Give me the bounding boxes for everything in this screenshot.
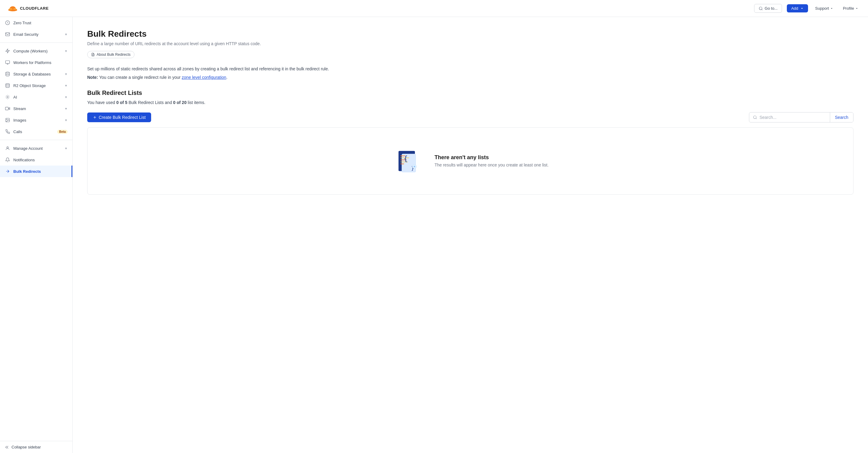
- svg-point-11: [6, 83, 9, 85]
- empty-desc: The results will appear here once you cr…: [435, 163, 549, 167]
- chevron-down-icon: [800, 7, 804, 10]
- about-bulk-redirects-button[interactable]: About Bulk Redirects: [87, 51, 134, 58]
- usage-used-items: 0 of 20: [173, 100, 187, 105]
- search-container: Search: [749, 112, 854, 122]
- images-icon: [5, 117, 10, 123]
- sidebar-item-email-security[interactable]: Email Security ▼: [0, 28, 72, 40]
- calls-beta-badge: Beta: [57, 130, 67, 134]
- sidebar-item-r2-object-storage[interactable]: R2 Object Storage ▼: [0, 80, 72, 91]
- sidebar-label-calls: Calls: [13, 130, 54, 134]
- calls-icon: [5, 129, 10, 134]
- section-title: Bulk Redirect Lists: [87, 89, 854, 96]
- cloudflare-logo: CLOUDFLARE: [7, 5, 49, 12]
- search-button-label: Search: [835, 115, 848, 120]
- bulk-redirects-icon: [5, 169, 10, 174]
- svg-point-10: [6, 72, 9, 73]
- sidebar-divider-2: [0, 140, 72, 140]
- search-input[interactable]: [760, 115, 826, 120]
- usage-used-lists: 0 of 5: [116, 100, 127, 105]
- svg-rect-4: [8, 9, 17, 10]
- sidebar-label-storage-databases: Storage & Databases: [13, 72, 61, 77]
- svg-point-12: [7, 96, 8, 97]
- workers-platforms-icon: [5, 60, 10, 65]
- sidebar-item-bulk-redirects[interactable]: Bulk Redirects: [0, 166, 72, 177]
- r2-storage-icon: [5, 83, 10, 88]
- storage-databases-icon: [5, 71, 10, 77]
- support-button[interactable]: Support: [813, 4, 836, 12]
- svg-point-17: [753, 116, 756, 118]
- add-button[interactable]: Add: [787, 4, 808, 12]
- sidebar-label-bulk-redirects: Bulk Redirects: [13, 169, 67, 174]
- sidebar-item-stream[interactable]: Stream ▼: [0, 103, 72, 114]
- page-subtitle: Define a large number of URL redirects a…: [87, 41, 854, 46]
- collapse-sidebar-button[interactable]: Collapse sidebar: [0, 441, 72, 453]
- stream-chevron-icon: ▼: [64, 107, 67, 110]
- sidebar-item-manage-account[interactable]: Manage Account ▼: [0, 142, 72, 154]
- svg-marker-8: [6, 49, 9, 53]
- support-label: Support: [815, 6, 829, 10]
- profile-button[interactable]: Profile: [840, 4, 861, 12]
- toolbar-row: Create Bulk Redirect List Search: [87, 112, 854, 122]
- topbar-left: CLOUDFLARE: [7, 5, 49, 12]
- sidebar-bottom: Collapse sidebar: [0, 441, 72, 453]
- search-input-wrapper: [749, 113, 830, 121]
- about-link-label: About Bulk Redirects: [97, 53, 130, 57]
- sidebar-item-images[interactable]: Images ▼: [0, 114, 72, 126]
- empty-state-illustration: { }: [392, 146, 423, 176]
- collapse-sidebar-label: Collapse sidebar: [11, 445, 41, 449]
- zone-level-config-link[interactable]: zone level configuration: [182, 75, 226, 80]
- app-container: CLOUDFLARE Go to... Add Support Profile: [0, 0, 868, 453]
- sidebar-item-ai[interactable]: AI ▼: [0, 91, 72, 103]
- svg-rect-13: [5, 107, 8, 110]
- description-note-text: You can create a single redirect rule in…: [98, 75, 182, 80]
- search-button[interactable]: Search: [830, 113, 853, 122]
- description-note: Note: You can create a single redirect r…: [87, 74, 854, 81]
- manage-account-icon: [5, 145, 10, 151]
- description-line1: Set up millions of static redirects shar…: [87, 65, 854, 72]
- usage-mid: Bulk Redirect Lists and: [127, 100, 173, 105]
- description-note-suffix: .: [226, 75, 227, 80]
- r2-chevron-icon: ▼: [64, 84, 67, 87]
- svg-point-5: [759, 7, 762, 9]
- email-security-icon: [5, 31, 10, 37]
- svg-point-15: [7, 119, 7, 120]
- logo-text: CLOUDFLARE: [20, 6, 49, 10]
- notifications-icon: [5, 157, 10, 163]
- storage-databases-chevron-icon: ▼: [64, 73, 67, 76]
- svg-rect-9: [5, 61, 9, 63]
- sidebar-item-zero-trust[interactable]: Zero Trust: [0, 17, 72, 28]
- sidebar-item-storage-databases[interactable]: Storage & Databases ▼: [0, 68, 72, 80]
- sidebar-label-workers-for-platforms: Workers for Platforms: [13, 60, 67, 65]
- goto-button[interactable]: Go to...: [754, 4, 782, 13]
- page-title: Bulk Redirects: [87, 29, 854, 39]
- search-icon: [753, 115, 757, 119]
- sidebar-item-workers-for-platforms[interactable]: Workers for Platforms: [0, 57, 72, 68]
- svg-point-28: [414, 166, 415, 167]
- usage-prefix: You have used: [87, 100, 116, 105]
- sidebar-label-notifications: Notifications: [13, 158, 67, 162]
- create-bulk-redirect-list-button[interactable]: Create Bulk Redirect List: [87, 113, 151, 122]
- email-security-chevron-icon: ▼: [64, 33, 67, 36]
- main-content: Bulk Redirects Define a large number of …: [73, 17, 868, 453]
- sidebar-label-zero-trust: Zero Trust: [13, 21, 67, 25]
- description-note-prefix: Note:: [87, 75, 98, 80]
- collapse-icon: [5, 445, 9, 449]
- empty-text-block: There aren't any lists The results will …: [435, 154, 549, 167]
- sidebar-item-calls[interactable]: Calls Beta: [0, 126, 72, 137]
- empty-state-box: { } There aren't any lists The results w…: [87, 128, 854, 195]
- compute-workers-chevron-icon: ▼: [64, 50, 67, 53]
- manage-account-chevron-icon: ▼: [64, 147, 67, 150]
- sidebar-label-stream: Stream: [13, 107, 61, 111]
- sidebar-item-notifications[interactable]: Notifications: [0, 154, 72, 166]
- svg-point-16: [7, 147, 8, 148]
- sidebar-label-ai: AI: [13, 95, 61, 100]
- plus-icon: [93, 115, 97, 119]
- search-icon: [759, 6, 763, 10]
- sidebar-item-compute-workers[interactable]: Compute (Workers) ▼: [0, 45, 72, 57]
- main-layout: Zero Trust Email Security ▼ Compute (Wor…: [0, 17, 868, 453]
- svg-text:{: {: [403, 154, 408, 163]
- sidebar-label-r2-object-storage: R2 Object Storage: [13, 83, 61, 88]
- cloudflare-logo-icon: [7, 5, 18, 12]
- svg-rect-7: [5, 33, 9, 36]
- empty-title: There aren't any lists: [435, 154, 549, 161]
